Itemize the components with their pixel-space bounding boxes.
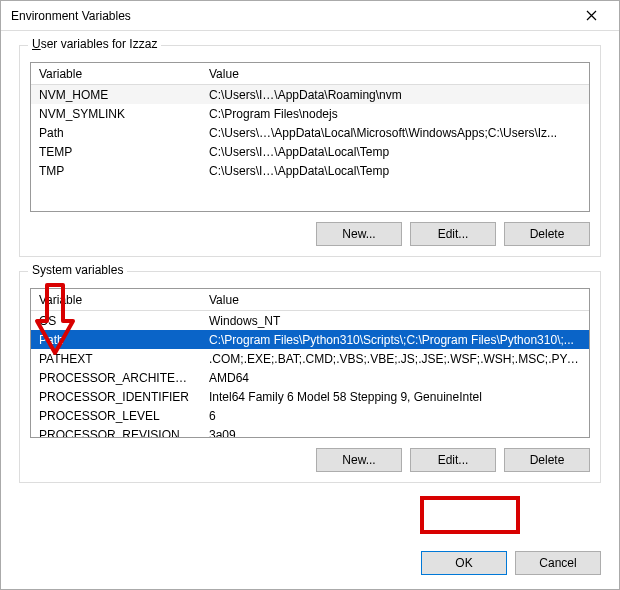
cell-value: C:\Program Files\nodejs [201, 107, 589, 121]
cell-variable: NVM_SYMLINK [31, 107, 201, 121]
ok-button[interactable]: OK [421, 551, 507, 575]
user-variables-legend: User variables for Izzaz [28, 37, 161, 51]
user-buttons-row: New... Edit... Delete [30, 222, 590, 246]
cell-variable: NVM_HOME [31, 88, 201, 102]
user-variables-list[interactable]: Variable Value NVM_HOMEC:\Users\I…\AppDa… [30, 62, 590, 212]
list-header: Variable Value [31, 289, 589, 311]
table-row[interactable]: OSWindows_NT [31, 311, 589, 330]
system-edit-button[interactable]: Edit... [410, 448, 496, 472]
column-variable[interactable]: Variable [31, 293, 201, 307]
cell-variable: PROCESSOR_LEVEL [31, 409, 201, 423]
cell-variable: TMP [31, 164, 201, 178]
table-row[interactable]: PROCESSOR_LEVEL6 [31, 406, 589, 425]
list-body[interactable]: NVM_HOMEC:\Users\I…\AppData\Roaming\nvmN… [31, 85, 589, 211]
system-variables-group: System variables Variable Value OSWindow… [19, 271, 601, 483]
close-button[interactable] [571, 2, 611, 30]
column-value[interactable]: Value [201, 293, 589, 307]
column-variable[interactable]: Variable [31, 67, 201, 81]
system-variables-list[interactable]: Variable Value OSWindows_NTPathC:\Progra… [30, 288, 590, 438]
table-row[interactable]: PathC:\Program Files\Python310\Scripts\;… [31, 330, 589, 349]
system-variables-legend: System variables [28, 263, 127, 277]
cell-variable: PATHEXT [31, 352, 201, 366]
system-new-button[interactable]: New... [316, 448, 402, 472]
cell-value: C:\Program Files\Python310\Scripts\;C:\P… [201, 333, 589, 347]
environment-variables-dialog: Environment Variables User variables for… [0, 0, 620, 590]
list-body[interactable]: OSWindows_NTPathC:\Program Files\Python3… [31, 311, 589, 437]
system-delete-button[interactable]: Delete [504, 448, 590, 472]
table-row[interactable]: PROCESSOR_IDENTIFIERIntel64 Family 6 Mod… [31, 387, 589, 406]
cell-variable: Path [31, 126, 201, 140]
dialog-footer: OK Cancel [1, 541, 619, 589]
cell-value: C:\Users\I…\AppData\Roaming\nvm [201, 88, 589, 102]
table-row[interactable]: TMPC:\Users\I…\AppData\Local\Temp [31, 161, 589, 180]
cell-value: 3a09 [201, 428, 589, 438]
system-buttons-row: New... Edit... Delete [30, 448, 590, 472]
table-row[interactable]: PATHEXT.COM;.EXE;.BAT;.CMD;.VBS;.VBE;.JS… [31, 349, 589, 368]
table-row[interactable]: NVM_HOMEC:\Users\I…\AppData\Roaming\nvm [31, 85, 589, 104]
list-header: Variable Value [31, 63, 589, 85]
user-new-button[interactable]: New... [316, 222, 402, 246]
cell-variable: TEMP [31, 145, 201, 159]
cell-variable: PROCESSOR_ARCHITECTURE [31, 371, 201, 385]
cell-variable: PROCESSOR_IDENTIFIER [31, 390, 201, 404]
cell-value: 6 [201, 409, 589, 423]
cell-value: C:\Users\…\AppData\Local\Microsoft\Windo… [201, 126, 589, 140]
user-edit-button[interactable]: Edit... [410, 222, 496, 246]
table-row[interactable]: NVM_SYMLINKC:\Program Files\nodejs [31, 104, 589, 123]
table-row[interactable]: PROCESSOR_REVISION3a09 [31, 425, 589, 437]
cancel-button[interactable]: Cancel [515, 551, 601, 575]
cell-value: Intel64 Family 6 Model 58 Stepping 9, Ge… [201, 390, 589, 404]
cell-value: C:\Users\I…\AppData\Local\Temp [201, 164, 589, 178]
user-variables-group: User variables for Izzaz Variable Value … [19, 45, 601, 257]
table-row[interactable]: PathC:\Users\…\AppData\Local\Microsoft\W… [31, 123, 589, 142]
cell-variable: OS [31, 314, 201, 328]
window-title: Environment Variables [11, 9, 571, 23]
table-row[interactable]: PROCESSOR_ARCHITECTUREAMD64 [31, 368, 589, 387]
dialog-content: User variables for Izzaz Variable Value … [1, 31, 619, 541]
cell-variable: Path [31, 333, 201, 347]
cell-value: .COM;.EXE;.BAT;.CMD;.VBS;.VBE;.JS;.JSE;.… [201, 352, 589, 366]
table-row[interactable]: TEMPC:\Users\I…\AppData\Local\Temp [31, 142, 589, 161]
cell-value: C:\Users\I…\AppData\Local\Temp [201, 145, 589, 159]
cell-value: Windows_NT [201, 314, 589, 328]
user-delete-button[interactable]: Delete [504, 222, 590, 246]
cell-value: AMD64 [201, 371, 589, 385]
close-icon [586, 8, 597, 24]
cell-variable: PROCESSOR_REVISION [31, 428, 201, 438]
column-value[interactable]: Value [201, 67, 589, 81]
titlebar: Environment Variables [1, 1, 619, 31]
